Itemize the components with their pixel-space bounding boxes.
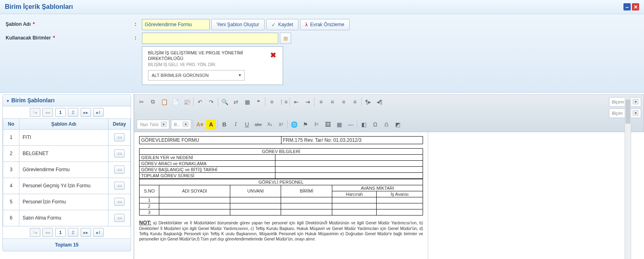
sec2-title: GÖREVLİ PERSONEL bbox=[140, 179, 423, 185]
ltr-icon[interactable]: ¶▸ bbox=[363, 97, 373, 107]
total-label: Toplam 15 bbox=[3, 238, 131, 251]
outdent-icon[interactable]: ⇤ bbox=[292, 97, 301, 107]
editor-content[interactable]: GÖREVLEDİRME FORMU FRM.175 Rev. Tar/ No:… bbox=[134, 132, 428, 259]
detail-button[interactable]: ▭ bbox=[114, 198, 125, 206]
table-row: 3Görevlendirme Formu▭ bbox=[3, 162, 131, 178]
quote-icon[interactable]: ❝ bbox=[254, 97, 263, 107]
units-picker-button[interactable]: ⊞ bbox=[280, 33, 291, 44]
strike-icon[interactable]: abc bbox=[253, 120, 263, 129]
form-area: Şablon Adı * : Yeni Şablon Oluştur ✓Kayd… bbox=[0, 14, 644, 93]
panel-header[interactable]: ▾Birim Şablonları bbox=[3, 95, 131, 106]
table-icon[interactable]: ▦ bbox=[334, 120, 344, 129]
paste-text-icon[interactable]: 📄 bbox=[171, 97, 180, 107]
template-name-input[interactable] bbox=[142, 19, 210, 30]
rtl-icon[interactable]: ◂¶ bbox=[375, 97, 384, 107]
align-justify-icon[interactable]: ≡ bbox=[350, 97, 360, 107]
cut-icon[interactable]: ✂ bbox=[137, 97, 146, 107]
new-template-button[interactable]: Yeni Şablon Oluştur bbox=[211, 19, 265, 30]
align-left-icon[interactable]: ≡ bbox=[316, 97, 326, 107]
pager-last-button[interactable]: ▸I bbox=[93, 108, 104, 117]
detail-button[interactable]: ▭ bbox=[114, 214, 125, 222]
pager-page-1[interactable]: 1 bbox=[55, 108, 66, 117]
detail-button[interactable]: ▭ bbox=[114, 182, 125, 190]
vertical-scrollbar[interactable]: ▴ ▾ bbox=[625, 98, 631, 259]
minimize-button[interactable]: ‒ bbox=[623, 3, 631, 10]
title-bar: Birim İçerik Şablonları ‒ ✕ bbox=[0, 0, 644, 14]
table-row: 5Personel İzin Formu▭ bbox=[3, 194, 131, 210]
preview-button[interactable]: λEvrak Önizleme bbox=[300, 19, 350, 30]
unit-visibility-select[interactable]: ALT BİRİMLER GÖRÜNSÜN ▾ bbox=[148, 70, 245, 81]
detail-button[interactable]: ▭ bbox=[114, 133, 125, 141]
bullist-icon[interactable]: ⋮≡ bbox=[278, 97, 288, 107]
pager-next-button[interactable]: ▸▸ bbox=[81, 228, 91, 237]
doc-note: NOT: a) Direktörlükler ve İl Müdürlükler… bbox=[139, 220, 423, 242]
selectall-icon[interactable]: ▦ bbox=[242, 97, 252, 107]
pager-page-2[interactable]: 2 bbox=[68, 108, 78, 117]
pager-first-button[interactable]: I◂ bbox=[30, 108, 40, 117]
detail-button[interactable]: ▭ bbox=[114, 166, 125, 174]
caret-down-icon: ▾ bbox=[7, 99, 9, 103]
scroll-down-icon[interactable]: ▾ bbox=[625, 257, 631, 259]
pager-last-button[interactable]: ▸I bbox=[93, 228, 104, 237]
flag-icon[interactable]: 🏳 bbox=[312, 120, 321, 129]
size-select[interactable]: B...▾ bbox=[171, 120, 192, 129]
pager-page-2[interactable]: 2 bbox=[68, 228, 78, 237]
editor-toolbar: ✂ ⧉ 📋 📄 📰 ↶ ↷ 🔍 ⇄ ▦ ❝ ≡ ⋮≡ bbox=[134, 94, 644, 132]
hr-icon[interactable]: ― bbox=[346, 120, 355, 129]
pager-top: I◂ ◂◂ 1 2 ▸▸ ▸I bbox=[3, 106, 131, 118]
anchor-icon[interactable]: ⚑ bbox=[300, 120, 310, 129]
subscript-icon[interactable]: X₂ bbox=[265, 120, 274, 129]
align-right-icon[interactable]: ≡ bbox=[339, 97, 348, 107]
close-button[interactable]: ✕ bbox=[632, 3, 639, 10]
superscript-icon[interactable]: X² bbox=[276, 120, 286, 129]
underline-icon[interactable]: U bbox=[242, 120, 252, 129]
replace-icon[interactable]: ⇄ bbox=[231, 97, 241, 107]
pager-bottom: I◂ ◂◂ 1 2 ▸▸ ▸I bbox=[3, 226, 131, 238]
pager-page-1[interactable]: 1 bbox=[55, 228, 66, 237]
omega-icon[interactable]: Ω bbox=[370, 120, 380, 129]
unit-name: BİLİŞİM İŞ GELİŞTİRME VE PROJE YÖNETİMİ … bbox=[148, 50, 277, 62]
label-template-name: Şablon Adı * bbox=[6, 19, 135, 27]
label-units: Kullanacak Birimler * bbox=[6, 33, 135, 41]
chevron-down-icon: ▾ bbox=[183, 122, 188, 127]
align-center-icon[interactable]: ≡ bbox=[327, 97, 337, 107]
numlist-icon[interactable]: ≡ bbox=[267, 97, 277, 107]
save-button[interactable]: ✓Kaydet bbox=[266, 19, 298, 30]
paste-icon[interactable]: 📋 bbox=[159, 97, 169, 107]
copy-icon[interactable]: ⧉ bbox=[148, 97, 158, 107]
table-row: 1FITI▭ bbox=[3, 129, 131, 145]
pager-first-button[interactable]: I◂ bbox=[30, 228, 40, 237]
scroll-thumb[interactable] bbox=[625, 99, 630, 124]
col-name: Şablon Adı bbox=[19, 118, 108, 129]
italic-icon[interactable]: I bbox=[231, 120, 240, 129]
chevron-down-icon: ▾ bbox=[633, 110, 638, 116]
window-title: Birim İçerik Şablonları bbox=[5, 3, 73, 10]
detail-button[interactable]: ▭ bbox=[114, 149, 125, 157]
selected-unit-box: ✖ BİLİŞİM İŞ GELİŞTİRME VE PROJE YÖNETİM… bbox=[142, 46, 283, 85]
font-select[interactable]: Yazı Türü▾ bbox=[137, 120, 169, 129]
pagebreak-icon[interactable]: ⎙ bbox=[381, 120, 391, 129]
unit-sub: BİLİŞİM İŞ GELİ. VE PRO. YÖN. DİR. bbox=[148, 62, 277, 67]
textcolor-icon[interactable]: A▾ bbox=[195, 120, 204, 129]
remove-unit-button[interactable]: ✖ bbox=[270, 51, 276, 60]
indent-icon[interactable]: ⇥ bbox=[303, 97, 313, 107]
paste-word-icon[interactable]: 📰 bbox=[182, 97, 192, 107]
units-input[interactable] bbox=[142, 33, 278, 44]
bgcolor-icon[interactable]: A bbox=[206, 120, 216, 129]
chevron-down-icon: ▾ bbox=[239, 73, 241, 78]
chevron-down-icon: ▾ bbox=[161, 122, 167, 127]
pager-prev-button[interactable]: ◂◂ bbox=[42, 228, 53, 237]
bold-icon[interactable]: B bbox=[219, 120, 229, 129]
redo-icon[interactable]: ↷ bbox=[206, 97, 216, 107]
eraser-icon[interactable]: ◧ bbox=[359, 120, 369, 129]
find-icon[interactable]: 🔍 bbox=[220, 97, 229, 107]
undo-icon[interactable]: ↶ bbox=[195, 97, 205, 107]
col-no: No bbox=[3, 118, 19, 129]
pager-next-button[interactable]: ▸▸ bbox=[81, 108, 91, 117]
image-icon[interactable]: 🖼 bbox=[323, 120, 333, 129]
pdf-icon: λ bbox=[305, 22, 308, 28]
source-icon[interactable]: ◩ bbox=[393, 120, 402, 129]
pager-prev-button[interactable]: ◂◂ bbox=[42, 108, 53, 117]
templates-panel: ▾Birim Şablonları I◂ ◂◂ 1 2 ▸▸ ▸I No Şab… bbox=[2, 94, 131, 251]
link-icon[interactable]: 🌐 bbox=[289, 120, 299, 129]
